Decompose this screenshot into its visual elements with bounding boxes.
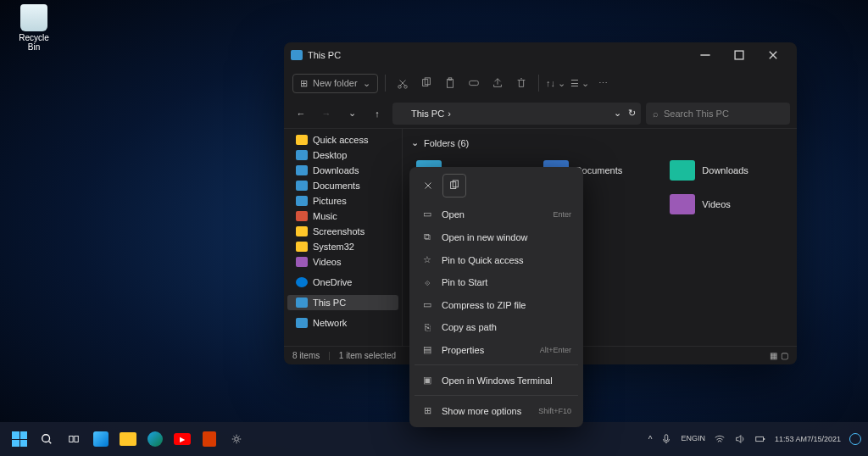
volume-icon[interactable] [734, 433, 746, 445]
clock-button[interactable]: 11:53 AM7/15/2021 [775, 435, 841, 444]
search-input[interactable]: ⌕ Search This PC [646, 103, 790, 125]
sidebar-quick-access[interactable]: Quick access [284, 132, 402, 147]
folder-icon [296, 257, 308, 267]
menu-show-more[interactable]: ⊞Show more optionsShift+F10 [415, 399, 578, 422]
large-icons-button[interactable]: ▢ [781, 351, 788, 360]
svg-rect-14 [665, 435, 669, 441]
sidebar-documents[interactable]: Documents [284, 178, 402, 193]
task-view-button[interactable] [61, 426, 86, 452]
sidebar-system32[interactable]: System32 [284, 239, 402, 254]
sidebar-desktop[interactable]: Desktop [284, 147, 402, 163]
folder-videos[interactable]: Videos [665, 189, 788, 220]
copy-button[interactable] [416, 73, 437, 93]
more-icon: ⊞ [421, 405, 433, 416]
new-folder-icon: ⊞ [300, 78, 308, 89]
window-title: This PC [308, 50, 688, 60]
recycle-bin-label: Recycle Bin [13, 33, 55, 52]
edge-icon [147, 431, 163, 447]
forward-button[interactable]: → [316, 103, 337, 124]
settings-button[interactable] [224, 426, 249, 452]
notifications-button[interactable] [849, 433, 861, 445]
menu-properties[interactable]: ▤PropertiesAlt+Enter [415, 338, 578, 361]
menu-open-new-window[interactable]: ⧉Open in new window [415, 225, 578, 248]
share-button[interactable] [487, 73, 508, 93]
menu-pin-quick-access[interactable]: ☆Pin to Quick access [415, 248, 578, 271]
minimize-button[interactable] [688, 43, 722, 67]
svg-rect-0 [735, 51, 743, 59]
folder-icon [120, 432, 136, 446]
network-icon [296, 318, 308, 328]
divider [538, 75, 539, 92]
sidebar-videos[interactable]: Videos [284, 254, 402, 270]
wifi-icon[interactable] [714, 433, 726, 445]
star-icon [296, 135, 308, 145]
sidebar-network[interactable]: Network [284, 315, 402, 331]
youtube-button[interactable]: ▶ [170, 426, 195, 452]
this-pc-icon [291, 50, 303, 60]
sidebar-onedrive[interactable]: OneDrive [284, 275, 402, 290]
close-button[interactable] [756, 43, 790, 67]
dropdown-button[interactable]: ⌄ [610, 108, 625, 119]
titlebar[interactable]: This PC [284, 42, 797, 68]
address-bar[interactable]: This PC › ⌄ ↻ [392, 103, 641, 125]
explorer-button[interactable] [115, 426, 141, 452]
mic-icon[interactable] [660, 433, 672, 445]
clipboard-icon: ⎘ [421, 322, 433, 332]
recent-button[interactable]: ⌄ [342, 103, 362, 124]
new-folder-button[interactable]: ⊞ New folder ⌄ [292, 74, 378, 93]
chevron-down-icon: ⌄ [411, 137, 419, 148]
sort-button[interactable]: ↑↓ ⌄ [546, 73, 566, 93]
menu-windows-terminal[interactable]: ▣Open in Windows Terminal [415, 369, 578, 392]
rename-button[interactable] [464, 73, 484, 93]
paste-button[interactable] [440, 73, 460, 93]
edge-button[interactable] [142, 426, 168, 452]
maximize-button[interactable] [722, 43, 756, 67]
svg-point-13 [235, 437, 238, 441]
refresh-button[interactable]: ↻ [628, 108, 636, 119]
chevron-right-icon: › [448, 108, 451, 119]
start-button[interactable] [7, 426, 32, 452]
search-placeholder: Search This PC [664, 108, 729, 119]
cut-button[interactable] [416, 174, 440, 197]
cloud-icon [296, 277, 308, 287]
svg-rect-15 [756, 437, 764, 441]
widgets-icon [93, 431, 108, 447]
svg-rect-12 [75, 437, 78, 442]
office-icon [203, 431, 216, 447]
details-view-button[interactable]: ▦ [770, 351, 777, 360]
menu-open[interactable]: ▭OpenEnter [415, 203, 578, 225]
menu-pin-start[interactable]: ⟐Pin to Start [415, 271, 578, 293]
sidebar-pictures[interactable]: Pictures [284, 193, 402, 209]
sidebar-music[interactable]: Music [284, 209, 402, 224]
folder-icon [296, 181, 308, 191]
office-button[interactable] [197, 426, 222, 452]
up-button[interactable]: ↑ [367, 103, 387, 124]
copy-button[interactable] [442, 174, 466, 197]
menu-copy-path[interactable]: ⎘Copy as path [415, 316, 578, 338]
folder-icon [670, 194, 695, 214]
sidebar-this-pc[interactable]: This PC [287, 295, 398, 310]
breadcrumb-this-pc[interactable]: This PC [411, 108, 444, 119]
delete-button[interactable] [511, 73, 531, 93]
folder-icon [296, 211, 308, 221]
battery-icon[interactable] [754, 433, 766, 445]
widgets-button[interactable] [88, 426, 114, 452]
windows-logo-icon [12, 431, 27, 447]
sidebar-screenshots[interactable]: Screenshots [284, 224, 402, 239]
sidebar-downloads[interactable]: Downloads [284, 163, 402, 178]
folders-section-header[interactable]: ⌄Folders (6) [411, 134, 788, 152]
command-bar: ⊞ New folder ⌄ ↑↓ ⌄ ☰ ⌄ ⋯ [284, 68, 797, 98]
svg-rect-16 [763, 438, 765, 440]
folder-downloads[interactable]: Downloads [665, 155, 788, 186]
tray-chevron[interactable]: ^ [648, 435, 653, 444]
language-button[interactable]: ENGIN [681, 435, 705, 443]
desktop-recycle-bin[interactable]: Recycle Bin [13, 4, 55, 52]
view-button[interactable]: ☰ ⌄ [570, 73, 590, 93]
folder-icon [670, 160, 695, 181]
folder-icon [296, 242, 308, 252]
more-button[interactable]: ⋯ [593, 73, 614, 93]
search-button[interactable] [34, 426, 59, 452]
cut-button[interactable] [392, 73, 413, 93]
menu-compress-zip[interactable]: ▭Compress to ZIP file [415, 293, 578, 316]
back-button[interactable]: ← [291, 103, 311, 124]
